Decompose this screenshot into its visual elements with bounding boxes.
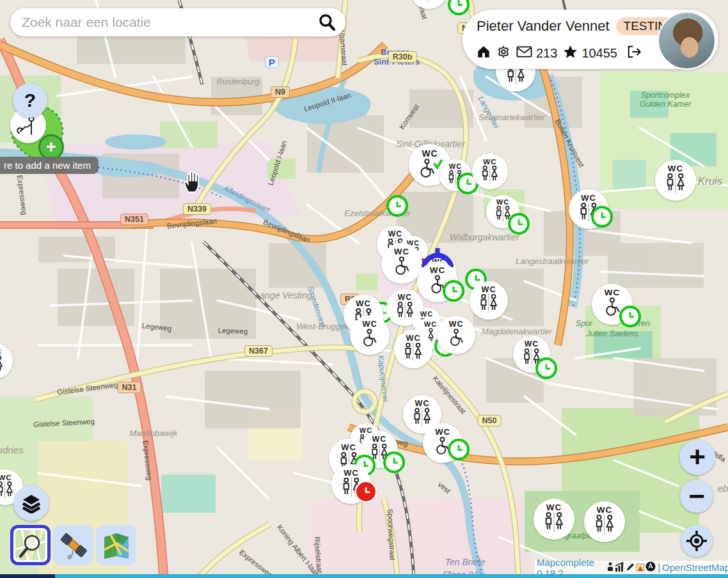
toilet-figures-icon xyxy=(0,481,15,501)
toilet-marker[interactable]: WC xyxy=(470,281,508,320)
satellite-icon xyxy=(59,531,88,560)
marker-wc-label: WC xyxy=(372,435,386,444)
attribution-bar: Mapcomplete 0.18.2 | OpenStreetMap xyxy=(535,561,728,574)
background-style-picker xyxy=(10,525,136,565)
marker-wc-label: WC xyxy=(483,157,497,166)
green-clock-badge[interactable] xyxy=(386,195,408,217)
toilet-marker[interactable]: WC xyxy=(584,501,625,542)
avatar[interactable] xyxy=(658,12,716,70)
toilet-marker[interactable]: WC xyxy=(350,315,390,355)
carto-thumbnail xyxy=(15,530,45,560)
marker-wc-label: WC xyxy=(435,427,450,437)
marker-wc-label: WC xyxy=(0,347,2,355)
toilet-figures-icon xyxy=(411,408,432,429)
marker-wc-label: WC xyxy=(356,299,371,308)
stars-count: 10455 xyxy=(582,46,617,61)
marker-wc-label: WC xyxy=(668,164,683,173)
marker-wc-label: WC xyxy=(449,320,464,329)
toilet-figures-icon xyxy=(0,355,5,375)
theme-image-icon[interactable] xyxy=(636,562,645,574)
toilet-figures-icon xyxy=(418,0,439,4)
green-clock-badge[interactable] xyxy=(508,213,530,235)
star-icon[interactable] xyxy=(563,45,578,62)
green-clock-badge[interactable] xyxy=(443,280,464,302)
marker-wc-label: WC xyxy=(525,340,539,348)
style-map-button[interactable] xyxy=(96,525,136,565)
settings-gear-icon[interactable] xyxy=(496,45,510,62)
layers-icon xyxy=(21,493,42,513)
logout-icon[interactable] xyxy=(627,45,642,62)
toilet-figures-icon xyxy=(478,294,499,315)
wheelchair-icon xyxy=(360,329,379,350)
toilet-marker[interactable]: WC xyxy=(394,330,432,368)
green-clock-badge[interactable] xyxy=(448,439,470,460)
messages-mail-icon[interactable] xyxy=(516,45,532,61)
marker-wc-label: WC xyxy=(398,293,412,302)
toilet-marker[interactable]: WC xyxy=(472,153,508,189)
marker-wc-label: WC xyxy=(482,285,496,294)
marker-wc-label: WC xyxy=(415,399,430,408)
bottom-accent-bar xyxy=(0,574,728,578)
help-button[interactable]: ? xyxy=(13,83,47,118)
marker-wc-label: WC xyxy=(388,230,402,238)
toilet-marker[interactable]: WC xyxy=(381,243,422,284)
toilet-figures-icon xyxy=(480,166,500,185)
marker-wc-label: WC xyxy=(422,148,438,159)
search-bar xyxy=(10,8,345,36)
toilet-figures-icon xyxy=(593,515,616,537)
search-icon[interactable] xyxy=(317,13,336,32)
marker-wc-label: WC xyxy=(546,503,562,512)
style-carto-button[interactable] xyxy=(10,525,51,565)
grab-hand-cursor xyxy=(182,169,205,194)
folded-map-icon xyxy=(102,531,131,560)
marker-wc-label: WC xyxy=(597,505,612,515)
toilet-marker[interactable]: WC xyxy=(655,160,696,201)
toilet-figures-icon xyxy=(542,512,566,535)
wheelchair-icon xyxy=(447,329,466,350)
toilet-marker[interactable]: WC xyxy=(534,499,574,540)
marker-wc-label: WC xyxy=(344,468,359,478)
marker-wc-label: WC xyxy=(430,265,445,275)
geolocate-button[interactable] xyxy=(681,525,713,557)
marker-wc-label: WC xyxy=(449,162,462,170)
wheelchair-icon xyxy=(392,256,412,279)
green-clock-badge[interactable] xyxy=(619,306,641,327)
zoom-out-button[interactable]: − xyxy=(680,480,713,513)
marker-wc-label: WC xyxy=(341,442,356,452)
green-clock-badge[interactable] xyxy=(535,357,557,379)
marker-wc-label: WC xyxy=(581,193,596,203)
green-clock-badge[interactable] xyxy=(591,206,613,228)
green-clock-badge[interactable] xyxy=(383,451,405,473)
marker-wc-label: WC xyxy=(406,334,421,343)
marker-wc-label: WC xyxy=(605,288,620,297)
stats-person-icon[interactable] xyxy=(606,562,614,574)
user-panel[interactable]: Pieter Vander Vennet TESTING 213 10455 xyxy=(463,10,718,69)
wheelchair-check-icon xyxy=(417,159,442,182)
marker-wc-label: WC xyxy=(362,319,377,329)
layers-button[interactable] xyxy=(13,485,49,521)
home-icon[interactable] xyxy=(477,45,491,62)
messages-count: 213 xyxy=(536,46,557,61)
mapcomplete-app: RustenburgBrugge- Sint-PietersSint-Gilli… xyxy=(0,0,728,578)
add-plus-icon[interactable]: + xyxy=(38,134,64,160)
attr-separator: | xyxy=(658,562,660,573)
chart-icon[interactable] xyxy=(615,562,625,574)
license-icon[interactable] xyxy=(645,561,656,574)
add-item-tooltip: re to add a new item xyxy=(0,157,99,174)
toilet-figures-icon xyxy=(402,343,423,364)
zoom-in-button[interactable]: + xyxy=(679,439,715,475)
marker-wc-label: WC xyxy=(0,473,12,481)
osm-link[interactable]: OpenStreetMap xyxy=(662,562,728,573)
crosshair-icon xyxy=(686,530,708,552)
user-name: Pieter Vander Vennet xyxy=(477,18,610,35)
pencil-icon[interactable] xyxy=(626,562,635,574)
marker-wc-label: WC xyxy=(496,198,509,206)
style-satellite-button[interactable] xyxy=(53,525,93,565)
search-input[interactable] xyxy=(10,15,317,30)
toilet-marker[interactable]: WC xyxy=(437,316,475,354)
marker-wc-label: WC xyxy=(394,247,409,256)
toilet-figures-icon xyxy=(664,173,687,196)
red-clock-badge[interactable] xyxy=(355,481,377,503)
marker-wc-label: WC xyxy=(424,320,437,328)
